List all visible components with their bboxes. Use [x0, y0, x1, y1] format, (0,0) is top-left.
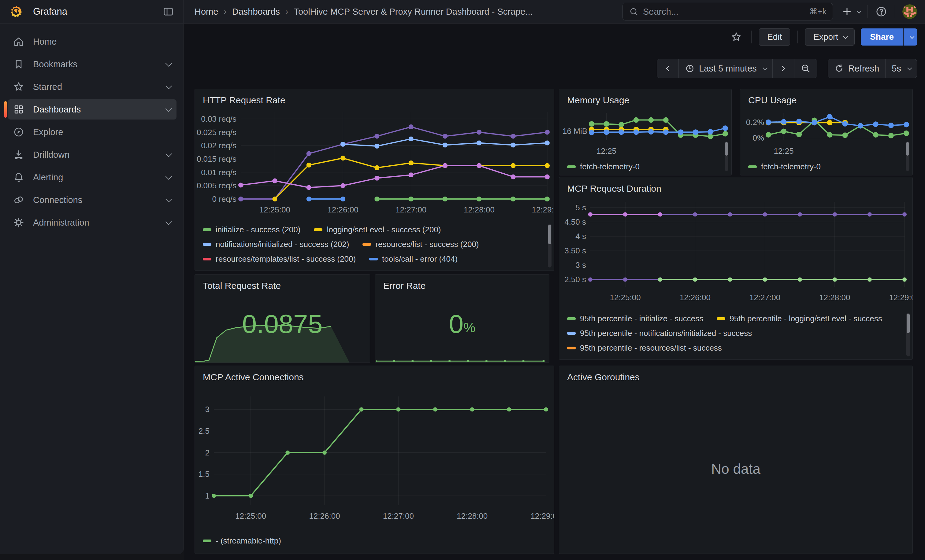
svg-text:12:25: 12:25: [597, 146, 616, 156]
mcp-active-connections-chart[interactable]: 12:25:0012:26:0012:27:0012:28:0012:29:00…: [195, 384, 554, 531]
legend-label: resources/templates/list - success (200): [215, 254, 356, 264]
legend-item[interactable]: tools/list - success (200): [316, 269, 415, 271]
search-box[interactable]: ⌘+k: [622, 3, 833, 21]
legend-item[interactable]: 95th percentile - resources/list - succe…: [567, 343, 722, 353]
sidebar-item-starred[interactable]: Starred: [8, 77, 176, 97]
panel-title[interactable]: Total Request Rate: [195, 275, 370, 293]
legend-label: 95th percentile - resources/list - succe…: [580, 343, 722, 353]
chevron-down-icon: [909, 34, 914, 39]
zoom-out-button[interactable]: [794, 59, 817, 78]
legend-row: notifications/initialized - success (202…: [203, 237, 551, 252]
legend-item[interactable]: 95th percentile - resources/templates/li…: [567, 358, 759, 360]
grafana-logo[interactable]: [9, 5, 23, 19]
total-request-rate-stat[interactable]: 0.0875: [195, 293, 370, 363]
legend-item[interactable]: resources/templates/list - success (200): [203, 254, 356, 264]
scrollbar-thumb[interactable]: [906, 142, 909, 156]
chevron-down-icon[interactable]: [166, 150, 172, 157]
legend-item[interactable]: unknown - success (200): [428, 269, 529, 271]
sidebar-item-dashboards[interactable]: Dashboards: [8, 99, 176, 120]
legend-scrollbar[interactable]: [548, 224, 551, 267]
panel-title[interactable]: Error Rate: [375, 275, 549, 293]
panel-mcp-active-connections: MCP Active Connections 12:25:0012:26:001…: [194, 366, 554, 554]
time-range-picker[interactable]: Last 5 minutes: [678, 59, 772, 78]
rings-icon: [13, 194, 24, 206]
export-button[interactable]: Export: [805, 29, 855, 45]
sidebar-item-home[interactable]: Home: [8, 32, 176, 52]
legend-item[interactable]: 95th percentile - notifications/initiali…: [567, 329, 752, 338]
chevron-down-icon[interactable]: [166, 83, 172, 89]
sidebar-item-label: Explore: [33, 127, 63, 137]
search-input[interactable]: [643, 7, 809, 17]
legend-label: tools/call - error (404): [382, 254, 458, 264]
scrollbar-thumb[interactable]: [725, 142, 728, 156]
memory-usage-chart[interactable]: 12:2516 MiB: [559, 107, 731, 159]
legend-row: initialize - success (200)logging/setLev…: [203, 222, 551, 237]
panel-title[interactable]: MCP Active Connections: [195, 366, 554, 384]
cpu-usage-chart[interactable]: 12:250.2%0%: [740, 107, 913, 159]
legend-item[interactable]: 95th percentile - initialize - success: [567, 314, 703, 323]
scrollbar-thumb[interactable]: [548, 225, 551, 244]
edit-button[interactable]: Edit: [759, 29, 790, 45]
legend-item[interactable]: tools/call - success (200): [203, 269, 303, 271]
chevron-down-icon[interactable]: [166, 173, 172, 179]
sidebar-item-connections[interactable]: Connections: [8, 190, 176, 210]
legend-item[interactable]: fetch-telemetry-0: [748, 162, 821, 171]
sidebar-item-drilldown[interactable]: Drilldown: [8, 144, 176, 165]
legend-scrollbar[interactable]: [725, 141, 728, 171]
new-button[interactable]: [842, 6, 860, 17]
chevron-down-icon[interactable]: [166, 196, 172, 202]
top-bar: Grafana Home›Dashboards›ToolHive MCP Ser…: [0, 0, 925, 24]
legend-item[interactable]: resources/list - success (200): [363, 240, 479, 249]
legend-item[interactable]: fetch-telemetry-0: [567, 162, 640, 171]
help-icon[interactable]: [875, 6, 887, 18]
bell-icon: [13, 171, 24, 183]
scrollbar-thumb[interactable]: [907, 314, 910, 333]
legend-item[interactable]: logging/setLevel - success (200): [314, 225, 441, 234]
svg-text:12:26:00: 12:26:00: [327, 205, 358, 214]
chevron-down-icon[interactable]: [166, 105, 172, 111]
svg-text:0.03 req/s: 0.03 req/s: [201, 114, 237, 123]
chevron-down-icon[interactable]: [166, 218, 172, 225]
user-avatar[interactable]: [902, 4, 917, 19]
legend-label: fetch-telemetry-0: [580, 162, 640, 171]
share-button[interactable]: Share: [861, 29, 903, 45]
legend-item[interactable]: initialize - success (200): [203, 225, 300, 234]
panel-error-rate: Error Rate 0%: [375, 274, 549, 363]
panel-title[interactable]: HTTP Request Rate: [195, 89, 554, 107]
legend-item[interactable]: - (streamable-http): [203, 536, 281, 546]
legend-scrollbar[interactable]: [906, 313, 910, 356]
time-shift-forward-button[interactable]: [772, 59, 794, 78]
dock-menu-icon[interactable]: [163, 6, 174, 17]
panel-title[interactable]: MCP Request Duration: [559, 177, 913, 196]
http-request-rate-chart[interactable]: 12:25:0012:26:0012:27:0012:28:0012:29:00…: [195, 107, 554, 222]
breadcrumb-separator: ›: [224, 7, 226, 17]
favorite-star-icon[interactable]: [731, 31, 742, 43]
legend-item[interactable]: notifications/initialized - success (202…: [203, 240, 349, 249]
legend-scrollbar[interactable]: [906, 141, 909, 171]
sidebar-item-alerting[interactable]: Alerting: [8, 167, 176, 188]
chevron-down-icon[interactable]: [166, 60, 172, 66]
time-shift-back-button[interactable]: [657, 59, 678, 78]
sidebar-item-administration[interactable]: Administration: [8, 212, 176, 233]
error-rate-stat[interactable]: 0%: [375, 293, 549, 363]
panel-title[interactable]: Active Goroutines: [559, 366, 913, 384]
svg-text:12:27:00: 12:27:00: [396, 205, 426, 214]
share-options-button[interactable]: [903, 29, 917, 45]
refresh-interval-picker[interactable]: 5s: [885, 59, 917, 78]
svg-text:2.5: 2.5: [199, 426, 209, 435]
sidebar-item-bookmarks[interactable]: Bookmarks: [8, 54, 176, 74]
legend-item[interactable]: tools/call - error (404): [369, 254, 458, 264]
sidebar-item-label: Connections: [33, 195, 82, 205]
legend-label: fetch-telemetry-0: [761, 162, 821, 171]
legend-label: 95th percentile - resources/templates/li…: [580, 358, 759, 360]
panel-title[interactable]: Memory Usage: [559, 89, 731, 107]
refresh-button[interactable]: Refresh: [828, 59, 886, 78]
svg-text:4.50 s: 4.50 s: [564, 217, 586, 227]
sidebar-item-explore[interactable]: Explore: [8, 122, 176, 142]
mcp-request-duration-chart[interactable]: 12:25:0012:26:0012:27:0012:28:0012:29:00…: [559, 196, 913, 311]
http-legend: initialize - success (200)logging/setLev…: [195, 222, 554, 270]
legend-item[interactable]: 95th percentile - logging/setLevel - suc…: [717, 314, 882, 323]
panel-title[interactable]: CPU Usage: [740, 89, 913, 107]
breadcrumb-link[interactable]: Dashboards: [232, 7, 280, 17]
breadcrumb-link[interactable]: Home: [194, 7, 218, 17]
